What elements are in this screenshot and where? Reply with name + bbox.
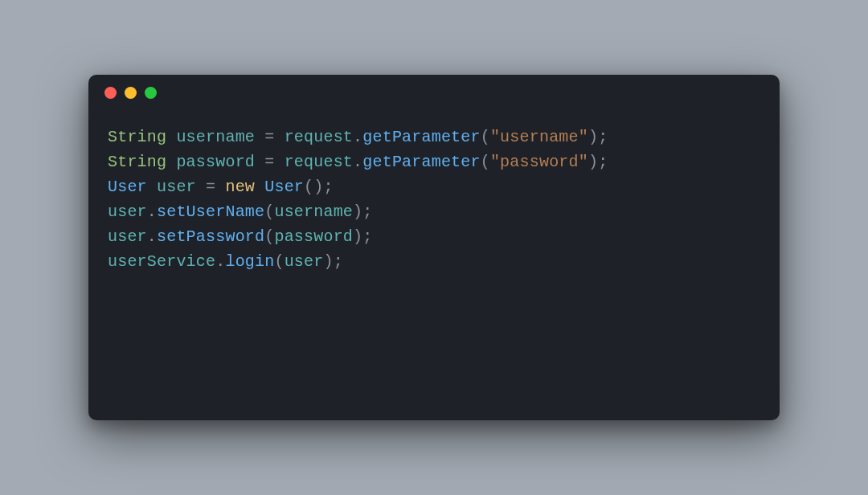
- token-ident: username: [274, 202, 353, 221]
- token-punct: .: [353, 153, 362, 171]
- code-line: user.setPassword(password);: [108, 224, 760, 249]
- code-line: userService.login(user);: [108, 249, 760, 274]
- token-ident: request: [285, 153, 353, 171]
- titlebar: [88, 75, 780, 110]
- token-string: "password": [490, 153, 588, 171]
- token-method: setPassword: [157, 227, 264, 246]
- code-body: String username = request.getParameter("…: [88, 110, 780, 288]
- token-punct: .: [147, 202, 157, 221]
- token-punct: (: [264, 202, 274, 221]
- token-ident: username: [176, 128, 255, 146]
- token-equals: =: [206, 178, 215, 196]
- token-ident: user: [108, 227, 147, 246]
- token-ident: request: [285, 128, 353, 146]
- token-string: "username": [490, 128, 588, 146]
- code-line: String password = request.getParameter("…: [108, 149, 760, 174]
- token-punct: );: [323, 252, 342, 271]
- token-punct: );: [588, 128, 608, 146]
- token-punct: ();: [304, 178, 334, 196]
- token-punct: .: [353, 128, 362, 146]
- token-punct: );: [353, 202, 372, 221]
- token-type: String: [108, 128, 166, 146]
- code-window: String username = request.getParameter("…: [88, 75, 780, 420]
- token-punct: (: [481, 128, 490, 146]
- token-ident: password: [176, 153, 255, 171]
- token-method: setUserName: [157, 202, 264, 221]
- token-ident: password: [274, 227, 353, 246]
- token-punct: );: [588, 153, 608, 171]
- token-ident: userService: [108, 252, 215, 271]
- zoom-icon[interactable]: [145, 87, 157, 99]
- code-line: String username = request.getParameter("…: [108, 125, 760, 149]
- token-method: login: [225, 252, 274, 271]
- token-method: getParameter: [362, 128, 480, 146]
- close-icon[interactable]: [104, 87, 117, 99]
- token-method: getParameter: [362, 153, 480, 171]
- token-punct: );: [353, 227, 372, 246]
- token-punct: (: [481, 153, 490, 171]
- token-method: User: [108, 178, 147, 196]
- code-line: User user = new User();: [108, 174, 760, 199]
- token-type: String: [108, 153, 166, 171]
- token-ident: user: [108, 202, 147, 221]
- token-ident: user: [157, 178, 196, 196]
- token-method: User: [264, 178, 304, 196]
- minimize-icon[interactable]: [125, 87, 137, 99]
- token-ident: user: [285, 252, 324, 271]
- token-punct: (: [274, 252, 284, 271]
- token-punct: (: [264, 227, 274, 246]
- token-punct: .: [147, 227, 157, 246]
- token-equals: =: [264, 153, 274, 171]
- token-equals: =: [264, 128, 274, 146]
- code-line: user.setUserName(username);: [108, 199, 760, 224]
- token-keyword: new: [225, 178, 255, 196]
- token-punct: .: [215, 252, 225, 271]
